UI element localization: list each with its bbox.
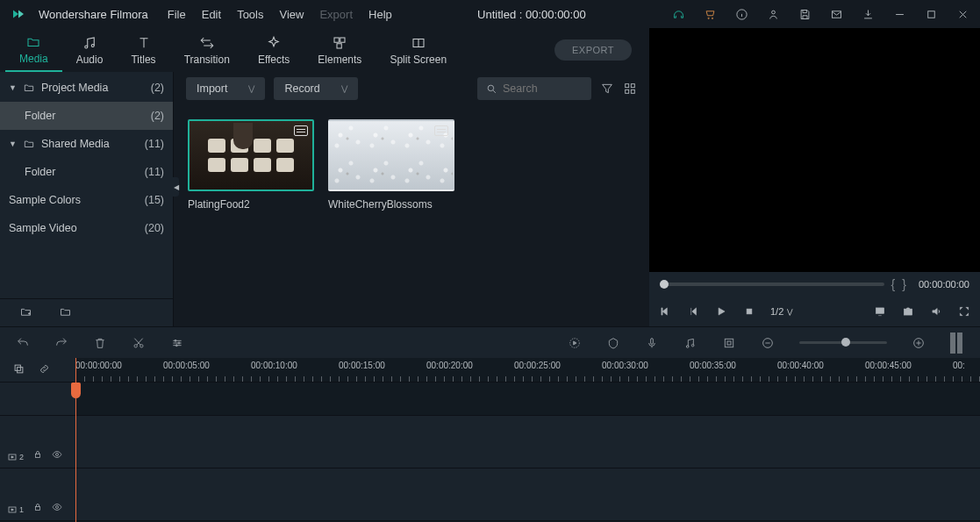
- search-input[interactable]: [503, 82, 582, 95]
- grid-view-icon[interactable]: [623, 82, 637, 96]
- redo-icon[interactable]: [54, 336, 68, 350]
- delete-icon[interactable]: [93, 336, 107, 350]
- adjust-icon[interactable]: [170, 336, 184, 350]
- scrub-slider[interactable]: [660, 282, 884, 286]
- media-clip[interactable]: WhiteCherryBlossoms: [328, 119, 454, 211]
- sidebar-item[interactable]: ▼Shared Media(11): [0, 130, 173, 158]
- sidebar-item-label: Sample Video: [9, 222, 77, 234]
- svg-point-10: [488, 85, 494, 91]
- tab-label: Audio: [76, 54, 104, 66]
- zoom-slider[interactable]: [799, 341, 887, 344]
- menu-edit[interactable]: Edit: [202, 8, 221, 21]
- audio-mixer-icon[interactable]: [683, 336, 697, 350]
- svg-rect-35: [36, 454, 40, 458]
- mail-icon[interactable]: [829, 7, 843, 21]
- snapshot-icon[interactable]: [901, 304, 915, 318]
- fullscreen-icon[interactable]: [957, 304, 971, 318]
- sidebar-item[interactable]: Sample Colors(15): [0, 186, 173, 214]
- menu-view[interactable]: View: [279, 8, 304, 21]
- svg-rect-3: [927, 11, 934, 18]
- cut-icon[interactable]: [132, 336, 146, 350]
- export-button[interactable]: EXPORT: [554, 39, 632, 61]
- tab-elements[interactable]: Elements: [304, 30, 376, 71]
- tab-label: Split Screen: [390, 54, 447, 66]
- crop-icon[interactable]: [722, 336, 736, 350]
- link-icon[interactable]: [38, 362, 51, 378]
- minimize-icon[interactable]: [892, 7, 906, 21]
- clip-name: PlatingFood2: [188, 198, 314, 211]
- menu-export[interactable]: Export: [319, 8, 353, 21]
- preview-viewport[interactable]: [649, 28, 980, 272]
- prev-frame-icon[interactable]: [658, 304, 672, 318]
- zoom-out-icon[interactable]: [761, 336, 775, 350]
- app-logo: [11, 6, 26, 22]
- tab-media[interactable]: Media: [5, 29, 62, 72]
- svg-rect-29: [727, 341, 731, 345]
- tab-effects[interactable]: Effects: [244, 30, 304, 71]
- zoom-in-icon[interactable]: [912, 336, 926, 350]
- timeline-track[interactable]: 1: [0, 468, 980, 521]
- tab-titles[interactable]: Titles: [117, 30, 169, 71]
- sidebar-item-count: (2): [151, 82, 164, 94]
- menu-tools[interactable]: Tools: [237, 8, 263, 21]
- mark-in-icon[interactable]: {: [891, 277, 896, 291]
- mark-out-icon[interactable]: }: [902, 277, 906, 291]
- sidebar-item[interactable]: Folder(11): [0, 158, 173, 186]
- step-back-icon[interactable]: [686, 304, 700, 318]
- svg-rect-13: [626, 89, 629, 93]
- filter-icon[interactable]: [600, 82, 614, 96]
- import-dropdown[interactable]: Import⋁: [186, 77, 265, 100]
- download-icon[interactable]: [861, 7, 875, 21]
- save-icon[interactable]: [798, 7, 812, 21]
- play-icon[interactable]: [714, 304, 728, 318]
- search-icon: [486, 83, 497, 95]
- ruler-timestamp: 00:00:25:00: [514, 361, 561, 370]
- match-frame-icon[interactable]: [12, 362, 25, 378]
- svg-point-36: [56, 454, 59, 456]
- tab-transition[interactable]: Transition: [170, 30, 244, 71]
- visibility-icon[interactable]: [52, 502, 62, 515]
- tab-label: Titles: [131, 54, 155, 66]
- tab-label: Effects: [258, 54, 290, 66]
- voiceover-icon[interactable]: [645, 336, 659, 350]
- preview-scale[interactable]: 1/2⋁: [770, 306, 793, 317]
- account-icon[interactable]: [766, 7, 780, 21]
- tab-label: Transition: [184, 54, 230, 66]
- new-folder-icon[interactable]: [19, 305, 32, 321]
- info-icon[interactable]: [734, 7, 748, 21]
- sidebar-item[interactable]: Sample Video(20): [0, 214, 173, 242]
- close-icon[interactable]: [955, 7, 969, 21]
- maximize-icon[interactable]: [924, 7, 938, 21]
- tab-split-screen[interactable]: Split Screen: [376, 30, 461, 71]
- lock-icon[interactable]: [32, 502, 43, 515]
- folder-icon[interactable]: [59, 305, 72, 321]
- menu-file[interactable]: File: [168, 8, 186, 21]
- ripple-toggle[interactable]: [950, 333, 964, 354]
- media-toolbar: Import⋁ Record⋁: [174, 72, 649, 105]
- cart-icon[interactable]: [703, 7, 717, 21]
- sidebar-item[interactable]: Folder(2): [0, 102, 173, 130]
- sidebar-item[interactable]: ▼Project Media(2): [0, 74, 173, 102]
- stop-icon[interactable]: [742, 304, 756, 318]
- timeline-toolbar: [0, 326, 980, 358]
- folder-icon: [23, 138, 35, 150]
- volume-icon[interactable]: [929, 304, 943, 318]
- menu-help[interactable]: Help: [368, 8, 392, 21]
- playhead[interactable]: [75, 358, 76, 522]
- lock-icon[interactable]: [32, 449, 43, 462]
- svg-point-39: [56, 506, 59, 509]
- record-dropdown[interactable]: Record⋁: [274, 77, 357, 100]
- timeline-track[interactable]: 2: [0, 416, 980, 468]
- collapse-sidebar[interactable]: ◀: [173, 177, 179, 197]
- render-icon[interactable]: [568, 336, 582, 350]
- support-icon[interactable]: [671, 7, 685, 21]
- tab-audio[interactable]: Audio: [62, 30, 118, 71]
- timeline-ruler[interactable]: 00:00:00:0000:00:05:0000:00:10:0000:00:1…: [75, 358, 980, 382]
- sidebar-item-count: (2): [151, 110, 164, 122]
- undo-icon[interactable]: [16, 336, 30, 350]
- display-icon[interactable]: [873, 304, 887, 318]
- search-field[interactable]: [477, 77, 591, 100]
- media-clip[interactable]: PlatingFood2: [188, 119, 314, 211]
- marker-icon[interactable]: [606, 336, 620, 350]
- visibility-icon[interactable]: [52, 449, 62, 462]
